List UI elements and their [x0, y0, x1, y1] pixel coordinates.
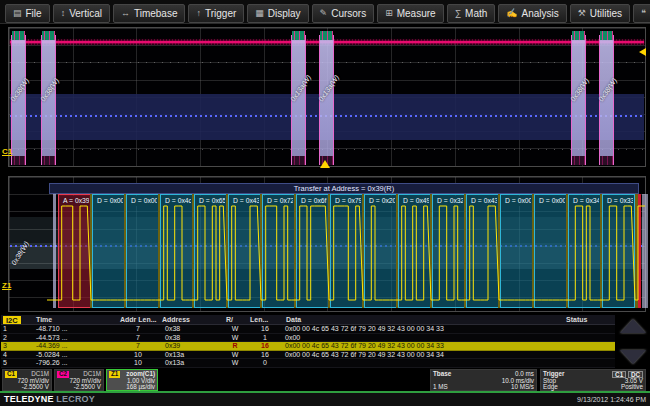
table-row[interactable]: 1-48.710 ...70x38W160x00 00 4c 65 43 72 …: [1, 325, 615, 334]
footer-bar: TELEDYNE LECROY 9/13/2012 1:24:46 PM: [0, 393, 650, 406]
main-waveform-grid[interactable]: 0x38(W)0x38(W)0x13a(W)0x13a(W)0x38(W)0x3…: [8, 27, 646, 167]
i2c-burst-bar[interactable]: 0x38(W): [599, 35, 614, 165]
burst-cap: [42, 31, 55, 40]
table-cell: -44.369 ...: [33, 342, 117, 350]
menu-button-display[interactable]: ▦Display: [247, 4, 308, 23]
table-cell: W: [223, 325, 247, 333]
timebase-descriptor-box[interactable]: Tbase0.0 ms 10.0 ms/div 1 MS10 MS/s: [430, 369, 537, 391]
zoom-waveform-grid[interactable]: Transfer at Address = 0x39(R) A = 0x39..…: [8, 176, 646, 312]
table-cell: [563, 351, 615, 359]
analysis-icon: ✍: [506, 8, 517, 18]
z1-timescale: 168 µs/div: [126, 384, 155, 391]
menu-button-utilities[interactable]: ⚒Utilities: [570, 4, 630, 23]
table-cell: W: [223, 359, 247, 367]
table-cell: 0x00 00 4c 65 43 72 6f 79 20 49 32 43 00…: [283, 325, 563, 333]
i2c-burst-bar[interactable]: 0x38(W): [571, 35, 586, 165]
trigger-icon: ↑: [196, 8, 201, 18]
burst-cap: [292, 31, 305, 40]
display-icon: ▦: [255, 8, 264, 18]
i2c-protocol-badge[interactable]: I2C: [3, 316, 21, 325]
table-row[interactable]: 2-44.573 ...70x38W10x00: [1, 334, 615, 343]
table-cell: W: [223, 334, 247, 342]
table-header-cell: Address: [159, 315, 223, 324]
table-header-cell: Data: [283, 315, 563, 324]
table-scroll-up-button[interactable]: [620, 319, 646, 333]
table-cell: 0x13a: [159, 351, 223, 359]
table-cell: 5: [1, 359, 33, 367]
menu-button-timebase[interactable]: ↔Timebase: [113, 4, 186, 23]
table-cell: 7: [117, 342, 159, 350]
table-header-cell: Len...: [247, 315, 283, 324]
table-cell: -796.26 ...: [33, 359, 117, 367]
trigger-descriptor-box[interactable]: Trigger C1 DC Stop3.05 V EdgePositive: [540, 369, 646, 391]
z1-grid-tag: Z1: [2, 281, 11, 290]
table-cell: 3: [1, 342, 33, 350]
menu-button-cursors[interactable]: ✎Cursors: [312, 4, 375, 23]
table-scroll-down-button[interactable]: [620, 350, 646, 364]
c2-descriptor-box[interactable]: C2DC1M 720 mV/div -2.5500 V: [54, 369, 104, 391]
table-cell: 10: [117, 351, 159, 359]
c1-descriptor-box[interactable]: C1DC1M 720 mV/div -2.5500 V: [2, 369, 52, 391]
c2-badge: C2: [57, 371, 69, 378]
i2c-burst-bar[interactable]: 0x13a(W): [319, 35, 334, 165]
i2c-burst-bar[interactable]: 0x38(W): [41, 35, 56, 165]
trigger-level-marker[interactable]: [639, 48, 646, 56]
menu-label: Measure: [397, 8, 436, 19]
z1-descriptor-box[interactable]: Z1zoom(C1) 1.00 V/div 168 µs/div: [106, 369, 158, 391]
table-cell: 1: [1, 325, 33, 333]
menu-bar: ▤File↕Vertical↔Timebase↑Trigger▦Display✎…: [0, 0, 650, 24]
table-header-cell: Addr Len...: [117, 315, 159, 324]
z1-badge: Z1: [109, 371, 120, 378]
timebase-icon: ↔: [121, 8, 130, 18]
table-cell: [563, 359, 615, 367]
c1-grid-tag: C1: [2, 147, 12, 156]
menu-label: File: [26, 8, 42, 19]
menu-button-math[interactable]: ∑Math: [447, 4, 496, 23]
trigger-time-marker[interactable]: [320, 160, 330, 168]
table-cell: 0x38: [159, 334, 223, 342]
table-row[interactable]: 3-44.369 ...70x39R160x00 00 4c 65 43 72 …: [1, 342, 615, 351]
menu-button-trigger[interactable]: ↑Trigger: [188, 4, 244, 23]
cursors-icon: ✎: [320, 8, 328, 18]
table-header-cell: Status: [563, 315, 615, 324]
menu-button-file[interactable]: ▤File: [5, 4, 50, 23]
tbase-samples: 1 MS: [433, 384, 448, 391]
table-cell: [283, 359, 563, 367]
menu-label: Timebase: [134, 8, 178, 19]
burst-cap: [42, 156, 55, 165]
i2c-burst-bar[interactable]: 0x13a(W): [291, 35, 306, 165]
table-cell: -5.0284 ...: [33, 351, 117, 359]
datetime-stamp: 9/13/2012 1:24:46 PM: [577, 396, 646, 403]
c2-offset: -2.5500 V: [74, 384, 101, 391]
measure-icon: ⊞: [385, 8, 393, 18]
burst-cap: [572, 31, 585, 40]
table-cell: 0x13a: [159, 359, 223, 367]
table-cell: -48.710 ...: [33, 325, 117, 333]
table-cell: 2: [1, 334, 33, 342]
trigger-slope: Positive: [621, 384, 643, 391]
menu-label: Cursors: [331, 8, 366, 19]
table-header-cell: R/: [223, 315, 247, 324]
burst-cap: [320, 31, 333, 40]
table-cell: 7: [117, 325, 159, 333]
menu-button-analysis[interactable]: ✍Analysis: [498, 4, 566, 23]
table-header-row: I2CTimeAddr Len...AddressR/Len...DataSta…: [1, 315, 615, 325]
table-row[interactable]: 4-5.0284 ...100x13aW160x00 00 4c 65 43 7…: [1, 351, 615, 360]
menu-button-measure[interactable]: ⊞Measure: [377, 4, 443, 23]
menu-label: Trigger: [205, 8, 236, 19]
menu-button-vertical[interactable]: ↕Vertical: [53, 4, 110, 23]
table-row[interactable]: 5-796.26 ...100x13aW0: [1, 359, 615, 368]
i2c-burst-bar[interactable]: 0x38(W): [11, 35, 26, 165]
burst-cap: [12, 156, 25, 165]
burst-cap: [12, 31, 25, 40]
tbase-rate: 10 MS/s: [511, 384, 534, 391]
oscilloscope-app: ▤File↕Vertical↔Timebase↑Trigger▦Display✎…: [0, 0, 650, 406]
table-cell: 0: [247, 359, 283, 367]
table-cell: 0x00: [283, 334, 563, 342]
burst-cap: [600, 156, 613, 165]
burst-cap: [292, 156, 305, 165]
math-icon: ∑: [455, 8, 461, 18]
table-cell: -44.573 ...: [33, 334, 117, 342]
menu-button-support[interactable]: ❝Support: [633, 4, 650, 23]
table-cell: [563, 334, 615, 342]
